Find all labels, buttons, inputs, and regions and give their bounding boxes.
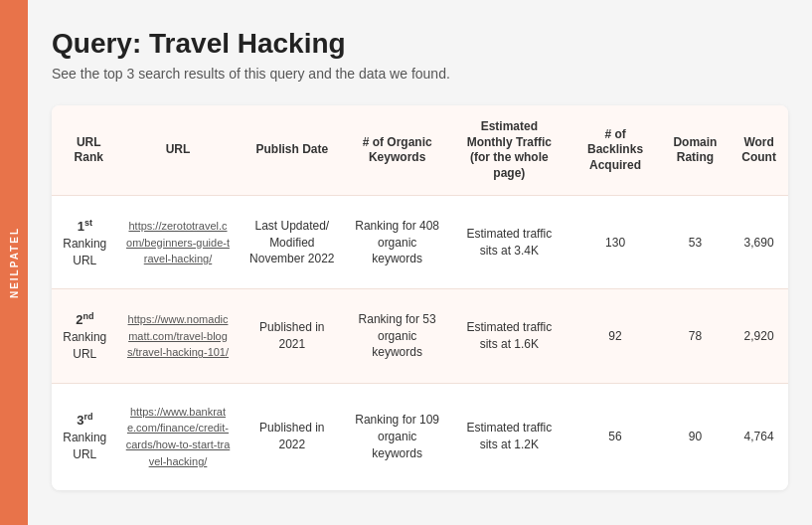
sidebar: NEILPATEL <box>0 0 28 525</box>
rank-cell: 2ndRanking URL <box>52 289 118 383</box>
publish-date-cell: Published in 2021 <box>238 289 346 383</box>
rank-suffix: nd <box>82 310 93 320</box>
url-cell[interactable]: https://www.bankrate.com/finance/credit-… <box>118 383 239 490</box>
results-table: URL Rank URL Publish Date # of Organic K… <box>52 105 788 490</box>
col-publish-date: Publish Date <box>238 105 346 196</box>
main-content: Query: Travel Hacking See the top 3 sear… <box>28 0 812 525</box>
col-url-rank: URL Rank <box>52 105 118 196</box>
rank-suffix: st <box>84 217 92 227</box>
rank-label: Ranking URL <box>63 237 106 267</box>
table-row: 3rdRanking URLhttps://www.bankrate.com/f… <box>52 383 788 490</box>
rank-number: 3rd <box>77 413 92 428</box>
table-row: 2ndRanking URLhttps://www.nomadicmatt.co… <box>52 289 788 383</box>
page-title: Query: Travel Hacking <box>52 28 788 60</box>
rank-cell: 3rdRanking URL <box>52 383 118 490</box>
traffic-cell: Estimated traffic sits at 3.4K <box>448 196 569 289</box>
page-subtitle: See the top 3 search results of this que… <box>52 66 788 82</box>
rank-label: Ranking URL <box>63 330 106 361</box>
backlinks-cell: 56 <box>570 383 661 490</box>
table-header-row: URL Rank URL Publish Date # of Organic K… <box>52 105 788 196</box>
traffic-cell: Estimated traffic sits at 1.2K <box>448 383 569 490</box>
col-organic-keywords: # of Organic Keywords <box>346 105 448 196</box>
rank-number: 1st <box>78 219 92 234</box>
domain-rating-cell: 53 <box>661 196 731 289</box>
traffic-cell: Estimated traffic sits at 1.6K <box>448 289 569 383</box>
publish-date-cell: Published in 2022 <box>238 383 346 490</box>
publish-date-cell: Last Updated/ Modified November 2022 <box>238 196 346 289</box>
word-count-cell: 4,764 <box>730 383 788 490</box>
results-table-container: URL Rank URL Publish Date # of Organic K… <box>52 105 788 490</box>
sidebar-brand: NEILPATEL <box>9 227 20 298</box>
domain-rating-cell: 78 <box>661 289 731 383</box>
backlinks-cell: 130 <box>570 196 661 289</box>
col-domain-rating: Domain Rating <box>661 105 731 196</box>
col-word-count: Word Count <box>730 105 788 196</box>
col-backlinks: # of Backlinks Acquired <box>570 105 661 196</box>
domain-rating-cell: 90 <box>661 383 731 490</box>
url-cell[interactable]: https://zerototravel.com/beginners-guide… <box>118 196 239 289</box>
organic-keywords-cell: Ranking for 109 organic keywords <box>346 383 448 490</box>
organic-keywords-cell: Ranking for 408 organic keywords <box>346 196 448 289</box>
url-cell[interactable]: https://www.nomadicmatt.com/travel-blogs… <box>118 289 239 383</box>
url-link[interactable]: https://www.bankrate.com/finance/credit-… <box>126 406 231 467</box>
word-count-cell: 3,690 <box>730 196 788 289</box>
word-count-cell: 2,920 <box>730 289 788 383</box>
col-monthly-traffic: Estimated Monthly Traffic (for the whole… <box>448 105 569 196</box>
url-link[interactable]: https://zerototravel.com/beginners-guide… <box>126 220 230 265</box>
backlinks-cell: 92 <box>570 289 661 383</box>
rank-numeral: 1 <box>78 219 84 234</box>
table-row: 1stRanking URLhttps://zerototravel.com/b… <box>52 196 788 289</box>
rank-label: Ranking URL <box>63 431 106 461</box>
col-url: URL <box>118 105 239 196</box>
rank-number: 2nd <box>76 312 93 327</box>
organic-keywords-cell: Ranking for 53 organic keywords <box>346 289 448 383</box>
rank-cell: 1stRanking URL <box>52 196 118 289</box>
rank-suffix: rd <box>83 412 92 422</box>
url-link[interactable]: https://www.nomadicmatt.com/travel-blogs… <box>127 313 229 359</box>
